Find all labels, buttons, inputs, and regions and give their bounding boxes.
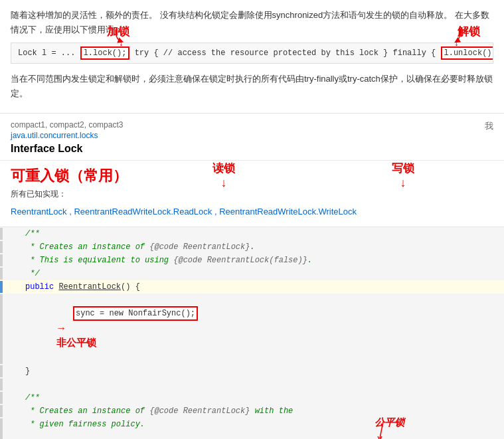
line-num <box>3 228 23 228</box>
nonfair-highlight: sync = new NonfairSync(); <box>73 306 198 321</box>
code-comment: * Creates an instance of {@code Reentran… <box>23 405 504 417</box>
lock-implementations: ReentrantLock , ReentrantReadWriteLock.R… <box>11 204 493 219</box>
write-lock-arrow: ↓ <box>400 176 406 190</box>
line-num <box>3 254 23 255</box>
code-line-3: * This is equivalent to using {@code Ree… <box>0 254 504 267</box>
code-content: sync = new NonfairSync(); → 非公平锁 <box>23 294 504 364</box>
left-bar <box>0 418 3 439</box>
line-num <box>3 241 23 242</box>
code-block-top: Lock l = ... l.lock(); try { // access t… <box>11 43 493 64</box>
code-line-comment2-1: /** <box>0 391 504 404</box>
lock-highlight: l.lock(); <box>80 46 130 60</box>
line-num <box>3 294 23 295</box>
impl-label: 所有已知实现： <box>11 189 493 200</box>
code-line-4: */ <box>0 267 504 280</box>
middle-section: compact1, compact2, compact3 我 java.util… <box>0 114 504 161</box>
line-num <box>3 268 23 268</box>
code-line-brace: } <box>0 365 504 378</box>
package-line: java.util.concurrent.locks <box>11 131 493 140</box>
code-middle: try { // access the resource protected b… <box>129 48 440 58</box>
left-bar <box>0 268 3 280</box>
code-section: /** * Creates an instance of {@code Reen… <box>0 227 504 439</box>
code-comment: /** <box>23 392 504 404</box>
unlock-arrow-svg <box>450 29 477 46</box>
nonfair-arrow: → <box>58 323 64 335</box>
left-bar <box>0 254 3 266</box>
code-line-empty1 <box>0 378 504 391</box>
code-left: Lock l = ... <box>18 48 80 58</box>
unlock-highlight: l.unlock(); <box>441 46 493 60</box>
code-content <box>23 379 504 391</box>
lock-arrow-svg <box>109 29 129 46</box>
left-bar <box>0 228 3 240</box>
code-line-2: * Creates an instance of {@code Reentran… <box>0 240 504 254</box>
intro-text: 随着这种增加的灵活性，额外的责任。 没有块结构化锁定会删除使用synchroni… <box>11 8 493 37</box>
write-lock-label: 写锁 <box>392 161 414 176</box>
fair-lock-arrow <box>377 422 390 439</box>
compact-line: compact1, compact2, compact3 <box>11 120 493 130</box>
read-lock-label: 读锁 <box>212 161 235 176</box>
left-bar <box>0 405 3 417</box>
line-num <box>3 418 23 419</box>
code-content: public ReentrantLock() { <box>23 281 504 293</box>
code-comment: * given fairness policy. 公平锁 <box>23 418 504 439</box>
top-section: 随着这种增加的灵活性，额外的责任。 没有块结构化锁定会删除使用synchroni… <box>0 0 504 114</box>
code-line-1: /** <box>0 227 504 240</box>
code-comment: * This is equivalent to using {@code Ree… <box>23 254 504 266</box>
line-num <box>3 392 23 393</box>
code-comment: /** <box>23 228 504 240</box>
bottom-text: 当在不同范围内发生锁定和解锁时，必须注意确保在锁定时执行的所有代码由try-fi… <box>11 72 493 101</box>
lock-section: 读锁 ↓ 写锁 ↓ 可重入锁（常用） 所有已知实现： ReentrantLock… <box>0 161 504 227</box>
left-bar <box>0 392 3 404</box>
code-line-comment2-2: * Creates an instance of {@code Reentran… <box>0 404 504 418</box>
left-bar-blue <box>0 281 3 293</box>
impl-readlock: ReentrantReadWriteLock.ReadLock <box>74 207 212 217</box>
code-line-nonfair: sync = new NonfairSync(); → 非公平锁 <box>0 294 504 365</box>
right-label: 我 <box>485 120 493 132</box>
code-line-constructor: public ReentrantLock() { <box>0 280 504 294</box>
code-content: } <box>23 365 504 377</box>
impl-writelock: ReentrantReadWriteLock.WriteLock <box>219 207 357 217</box>
line-num <box>3 281 23 282</box>
code-comment: * Creates an instance of {@code Reentran… <box>23 241 504 253</box>
interface-title: Interface Lock <box>11 143 493 155</box>
left-bar <box>0 294 3 364</box>
read-lock-arrow: ↓ <box>221 176 227 190</box>
line-num <box>3 365 23 366</box>
code-comment: */ <box>23 268 504 280</box>
nonfair-label: 非公平锁 <box>56 338 96 349</box>
line-num <box>3 405 23 406</box>
reentrant-label: 可重入锁（常用） <box>11 166 127 186</box>
line-num <box>3 379 23 379</box>
code-line-fair-label: * given fairness policy. 公平锁 <box>0 418 504 439</box>
left-bar <box>0 241 3 253</box>
left-bar <box>0 365 3 377</box>
impl-reentrant: ReentrantLock <box>11 207 67 217</box>
left-bar <box>0 379 3 391</box>
